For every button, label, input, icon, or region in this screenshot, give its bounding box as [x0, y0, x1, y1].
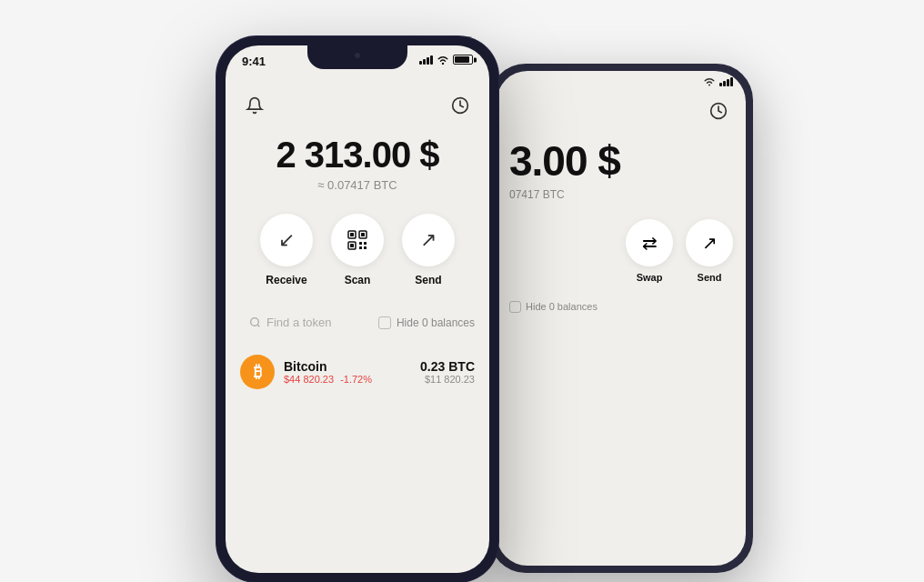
qr-icon	[346, 229, 368, 251]
phone-main-content: 2 313.00 $ ≈ 0.07417 BTC ↙ Receive	[226, 84, 489, 573]
search-icon	[249, 316, 261, 328]
scan-label: Scan	[345, 274, 371, 286]
back-status-icons	[703, 76, 733, 86]
back-history-icon[interactable]	[704, 96, 733, 125]
phone-back-screen: 3.00 $ 07417 BTC ⇄ Swap ↗	[497, 71, 746, 566]
balance-section: 2 313.00 $ ≈ 0.07417 BTC	[240, 135, 475, 192]
history-button[interactable]	[446, 91, 475, 120]
back-hide-label: Hide 0 balances	[526, 301, 598, 312]
battery-icon	[453, 55, 473, 65]
svg-point-1	[442, 63, 444, 65]
back-hide-balances[interactable]: Hide 0 balances	[509, 301, 598, 313]
back-balance-section: 3.00 $ 07417 BTC	[509, 138, 733, 219]
svg-rect-10	[364, 242, 367, 245]
notification-button[interactable]	[240, 91, 269, 120]
hide-label: Hide 0 balances	[397, 316, 475, 329]
token-value-bitcoin: $11 820.23	[420, 374, 475, 385]
receive-action: ↙ Receive	[260, 214, 313, 286]
phone-back: 3.00 $ 07417 BTC ⇄ Swap ↗	[489, 64, 753, 573]
back-balance-btc: 07417 BTC	[509, 188, 733, 201]
back-wifi-icon	[703, 76, 716, 86]
phone-front: 9:41	[216, 36, 498, 582]
status-icons	[419, 55, 473, 65]
back-status-bar	[497, 71, 746, 93]
header-icons	[240, 91, 475, 120]
back-signal-icon	[719, 77, 733, 86]
back-swap-label: Swap	[637, 272, 663, 283]
send-action: ↗ Send	[402, 214, 455, 286]
token-list: ₿ Bitcoin $44 820.23 -1.72% 0.23 BTC $11…	[240, 347, 475, 558]
actions-row: ↙ Receive	[240, 214, 475, 286]
back-send-action: ↗ Send	[686, 219, 733, 283]
send-label: Send	[415, 274, 441, 286]
svg-line-14	[257, 325, 259, 326]
hide-balances[interactable]: Hide 0 balances	[378, 316, 475, 329]
back-swap-action: ⇄ Swap	[626, 219, 673, 283]
bitcoin-icon: ₿	[240, 355, 275, 389]
status-time: 9:41	[242, 55, 266, 68]
scan-action: Scan	[331, 214, 384, 286]
scan-button[interactable]	[331, 214, 384, 266]
svg-rect-8	[350, 244, 354, 247]
svg-rect-11	[359, 246, 362, 249]
back-send-label: Send	[698, 272, 722, 283]
receive-label: Receive	[266, 274, 306, 286]
token-item-bitcoin[interactable]: ₿ Bitcoin $44 820.23 -1.72% 0.23 BTC $11…	[240, 347, 475, 396]
back-balance-amount: 3.00 $	[509, 138, 733, 185]
send-icon: ↗	[420, 228, 437, 252]
back-hide-checkbox[interactable]	[509, 301, 521, 313]
svg-rect-12	[364, 246, 367, 249]
token-info-bitcoin: Bitcoin $44 820.23 -1.72%	[284, 359, 411, 385]
phone-front-screen: 9:41	[226, 45, 489, 573]
send-button[interactable]: ↗	[402, 214, 455, 266]
receive-button[interactable]: ↙	[260, 214, 313, 266]
hide-checkbox[interactable]	[378, 316, 391, 329]
token-name-bitcoin: Bitcoin	[284, 359, 411, 374]
back-phone-content: 3.00 $ 07417 BTC ⇄ Swap ↗	[497, 93, 746, 326]
token-price-bitcoin: $44 820.23 -1.72%	[284, 374, 411, 385]
svg-rect-4	[350, 233, 354, 236]
svg-rect-9	[359, 242, 362, 245]
wifi-icon	[437, 55, 449, 65]
search-row: Find a token Hide 0 balances	[240, 308, 475, 336]
token-amount-bitcoin: 0.23 BTC	[420, 359, 475, 374]
search-placeholder: Find a token	[266, 316, 332, 329]
balance-btc: ≈ 0.07417 BTC	[240, 178, 475, 192]
balance-amount: 2 313.00 $	[240, 135, 475, 175]
signal-icon	[419, 55, 433, 65]
back-swap-button[interactable]: ⇄	[626, 219, 673, 266]
back-actions-row: ⇄ Swap ↗ Send	[509, 219, 733, 283]
back-send-icon: ↗	[702, 232, 718, 254]
token-amounts-bitcoin: 0.23 BTC $11 820.23	[420, 359, 475, 385]
back-send-button[interactable]: ↗	[686, 219, 733, 266]
svg-rect-6	[361, 233, 365, 236]
phone-notch	[307, 45, 407, 69]
back-header	[509, 96, 733, 125]
search-box[interactable]: Find a token	[240, 308, 369, 336]
back-search-row: Hide 0 balances	[509, 301, 733, 313]
receive-icon: ↙	[278, 228, 295, 252]
back-swap-icon: ⇄	[642, 232, 658, 254]
svg-point-13	[251, 318, 259, 326]
